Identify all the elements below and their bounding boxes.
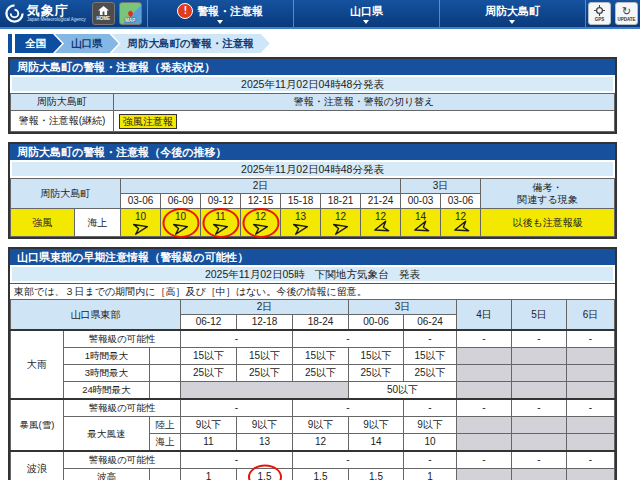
gray-cell bbox=[567, 469, 615, 480]
spacer-cell bbox=[150, 348, 181, 365]
time-slot-cell: 06-09 bbox=[161, 194, 201, 209]
rain-3h-row: 3時間最大 25以下 25以下 25以下 25以下 25以下 bbox=[11, 365, 615, 382]
dash-cell: - bbox=[293, 451, 404, 469]
wind-land-row: 最大風速 陸上 9以下 9以下 9以下 9以下 9以下 bbox=[11, 417, 615, 434]
area-type-cell: 海上 bbox=[75, 209, 121, 237]
possibility-label-cell: 警報級の可能性 bbox=[64, 399, 181, 417]
wind-value-cell: 13 bbox=[281, 209, 321, 237]
menu-warnings[interactable]: ! 警報・注意報 bbox=[148, 0, 294, 27]
dash-cell: - bbox=[404, 399, 457, 417]
dash-cell: - bbox=[181, 399, 293, 417]
gray-cell bbox=[457, 469, 512, 480]
value-cell: 11 bbox=[181, 434, 237, 452]
time-slot-cell: 00-06 bbox=[349, 315, 404, 331]
row-label-cell: 24時間最大 bbox=[64, 382, 150, 400]
row-label-cell: 3時間最大 bbox=[64, 365, 150, 382]
value-cell: 13 bbox=[237, 434, 293, 452]
dash-cell: - bbox=[567, 399, 615, 417]
dash-cell: - bbox=[293, 330, 404, 348]
menu-prefecture-row: 山口県 bbox=[350, 4, 383, 19]
advisory-badge[interactable]: 強風注意報 bbox=[119, 114, 177, 129]
gray-cell bbox=[457, 348, 512, 365]
dash-cell: - bbox=[404, 330, 457, 348]
home-label: HOME bbox=[97, 16, 111, 21]
value-cell: 15以下 bbox=[237, 348, 293, 365]
area-name-cell: 山口県東部 bbox=[11, 300, 181, 331]
menu-prefecture[interactable]: 山口県 bbox=[294, 0, 440, 27]
remarks-header: 備考・ 関連する現象 bbox=[481, 179, 615, 209]
update-label: UPDATE bbox=[617, 17, 635, 22]
value-cell: 1 bbox=[181, 469, 237, 480]
wind-value-cell: 11 bbox=[201, 209, 241, 237]
breadcrumb-item-national[interactable]: 全国 bbox=[15, 34, 62, 53]
dash-cell: - bbox=[457, 330, 512, 348]
dash-cell: - bbox=[567, 451, 615, 469]
issued-datetime: 2025年11月02日05時 下関地方気象台 発表 bbox=[12, 267, 613, 281]
value-cell: 15以下 bbox=[181, 348, 237, 365]
gray-cell bbox=[512, 365, 567, 382]
alert-icon: ! bbox=[177, 3, 193, 19]
rain-24h-row: 24時間最大 50以下 bbox=[11, 382, 615, 400]
day6-header: 6日 bbox=[567, 300, 615, 331]
remark-cell: 以後も注意報級 bbox=[481, 209, 615, 237]
menu-municipality[interactable]: 周防大島町 bbox=[440, 0, 586, 27]
wind-direction-icon bbox=[211, 220, 229, 235]
chevron-down-icon bbox=[363, 20, 369, 24]
category-cell-storm: 暴風(雪) bbox=[11, 399, 64, 451]
wind-direction-icon bbox=[291, 220, 309, 235]
remarks-header-line1: 備考・ bbox=[481, 182, 614, 194]
value-cell: 14 bbox=[349, 434, 404, 452]
table-row: 周防大島町 警報・注意報・警報の切り替え bbox=[11, 94, 615, 111]
rain-possibility-row: 大雨 警報級の可能性 - - - - - - bbox=[11, 330, 615, 348]
gray-cell bbox=[457, 434, 512, 452]
wave-possibility-row: 波浪 警報級の可能性 - - - - - - bbox=[11, 451, 615, 469]
agency-name: 気象庁 bbox=[27, 4, 86, 17]
map-button[interactable]: MAP bbox=[119, 2, 142, 25]
wind-value-cell: 14 bbox=[401, 209, 441, 237]
value-cell: 1.5 bbox=[237, 469, 293, 480]
category-cell-wave: 波浪 bbox=[11, 451, 64, 480]
gps-label: GPS bbox=[595, 17, 605, 22]
update-button[interactable]: ↻ UPDATE bbox=[615, 2, 638, 25]
breadcrumb-item-prefecture[interactable]: 山口県 bbox=[55, 34, 119, 53]
menu-warnings-row: ! 警報・注意報 bbox=[177, 3, 263, 19]
gray-cell bbox=[512, 469, 567, 480]
wind-direction-icon bbox=[131, 220, 149, 235]
breadcrumb-item-current[interactable]: 周防大島町の警報・注意報 bbox=[112, 34, 270, 53]
menu-municipality-label: 周防大島町 bbox=[485, 4, 540, 19]
possibility-label-cell: 警報級の可能性 bbox=[64, 330, 181, 348]
gray-cell bbox=[181, 382, 349, 400]
value-cell: 50以下 bbox=[349, 382, 457, 400]
value-cell: 25以下 bbox=[404, 365, 457, 382]
remarks-header-line2: 関連する現象 bbox=[481, 194, 614, 206]
value-cell: 25以下 bbox=[349, 365, 404, 382]
time-slot-cell: 06-12 bbox=[181, 315, 237, 331]
time-slot-cell: 03-06 bbox=[441, 194, 481, 209]
dash-cell: - bbox=[512, 399, 567, 417]
gray-cell bbox=[457, 365, 512, 382]
terrain-cell: 海上 bbox=[150, 434, 181, 452]
chevron-down-icon bbox=[509, 20, 515, 24]
map-label: MAP bbox=[120, 18, 141, 23]
gray-cell bbox=[512, 417, 567, 434]
wind-direction-icon bbox=[371, 220, 390, 236]
gps-button[interactable]: GPS bbox=[588, 2, 611, 25]
section-warning-forecast: 周防大島町の警報・注意報（今後の推移） 2025年11月02日04時48分発表 … bbox=[8, 142, 617, 239]
wind-direction-icon bbox=[251, 220, 269, 235]
gray-cell bbox=[567, 348, 615, 365]
dash-cell: - bbox=[457, 451, 512, 469]
map-pin-icon bbox=[127, 10, 134, 17]
dash-cell: - bbox=[181, 451, 293, 469]
value-cell: 9以下 bbox=[404, 417, 457, 434]
rain-1h-row: 1時間最大 15以下 15以下 15以下 15以下 15以下 bbox=[11, 348, 615, 365]
warning-status-table: 周防大島町 警報・注意報・警報の切り替え 警報・注意報(継続) 強風注意報 bbox=[10, 93, 615, 132]
wind-direction-icon bbox=[451, 220, 470, 236]
jma-logo[interactable]: 気象庁 Japan Meteorological Agency bbox=[0, 4, 90, 23]
row-label-cell: 1時間最大 bbox=[64, 348, 150, 365]
dash-cell: - bbox=[512, 330, 567, 348]
table-row: 山口県東部 2日 3日 4日 5日 6日 bbox=[11, 300, 615, 315]
time-slot-cell: 06-24 bbox=[404, 315, 457, 331]
day2-header: 2日 bbox=[181, 300, 349, 315]
issued-datetime: 2025年11月02日04時48分発表 bbox=[12, 162, 613, 176]
home-button[interactable]: HOME bbox=[92, 2, 115, 25]
